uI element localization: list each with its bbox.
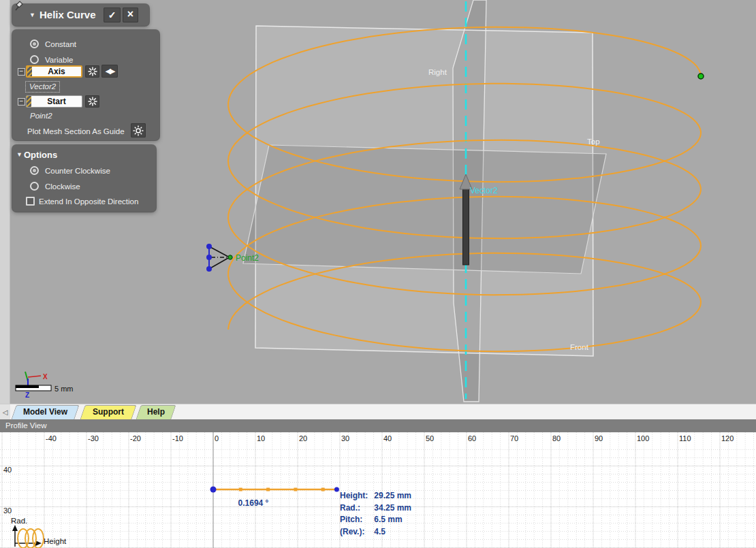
options-header: Options — [24, 150, 57, 160]
radio-label: Variable — [45, 56, 73, 64]
revolution-marker[interactable] — [294, 488, 297, 491]
stat-label: Height: — [340, 491, 372, 500]
pin-icon[interactable] — [13, 0, 24, 12]
ruler-tick-label: -40 — [46, 434, 57, 442]
extend-opposite-checkbox[interactable] — [26, 197, 35, 206]
profile-end-handle[interactable] — [334, 487, 339, 492]
ruler-tick-label: 90 — [595, 434, 603, 442]
sun-icon — [133, 125, 144, 136]
start-value[interactable]: Point2 — [30, 112, 52, 120]
radio-button-icon[interactable] — [30, 166, 39, 175]
stat-label: Rad.: — [340, 503, 372, 513]
swap-direction-icon: ◀▶ — [106, 67, 114, 76]
stat-row-rev: (Rev.): 4.5 — [340, 527, 411, 539]
options-panel: ▼ Options Counter ClockwiseClockwise Ext… — [12, 145, 156, 212]
ruler-tick-label: 50 — [426, 434, 434, 442]
stat-label: Pitch: — [340, 515, 372, 524]
close-button[interactable]: × — [123, 7, 138, 22]
direction-radio-group: Counter ClockwiseClockwise — [30, 163, 110, 194]
viewport-left-strip — [0, 0, 10, 404]
revolution-marker[interactable] — [321, 488, 325, 491]
view-tab-bar: ◁ Model View Support Help — [0, 404, 756, 420]
tab-help[interactable]: Help — [136, 405, 176, 419]
radio-label: Constant — [45, 40, 76, 48]
helix-parameters-panel: ConstantVariable − Axis ◀▶ Vector2 − Sta… — [12, 30, 159, 140]
start-pick-button[interactable] — [85, 95, 99, 108]
ruler-tick-label: 120 — [721, 434, 734, 442]
right-plane-label: Right — [428, 68, 447, 76]
tab-label: Help — [139, 406, 173, 419]
height-axis-label: Height — [44, 537, 66, 545]
pick-point-icon — [88, 97, 97, 106]
radio-constant[interactable]: Constant — [30, 36, 76, 52]
reverse-direction-button[interactable]: ◀▶ — [101, 65, 118, 78]
radio-button-icon[interactable] — [30, 55, 39, 64]
triad-z-label: Z — [25, 391, 29, 399]
radio-button-icon[interactable] — [30, 182, 39, 191]
collapse-icon[interactable]: ▼ — [29, 12, 35, 18]
front-plane-label: Front — [570, 343, 589, 351]
revolution-marker[interactable] — [266, 488, 270, 491]
type-radio-group: ConstantVariable — [30, 36, 76, 67]
application-window: Right Top Front Vector2 Point2 X Z 5 mm … — [0, 0, 756, 548]
vector-arrow-body[interactable] — [463, 189, 469, 265]
tab-model-view[interactable]: Model View — [11, 405, 79, 419]
tab-label: Support — [83, 406, 133, 419]
profile-axes-icon — [12, 525, 44, 548]
ruler-tick-label: 40 — [383, 434, 392, 442]
axis-field-label: Axis — [32, 67, 81, 76]
drag-handle-icon[interactable] — [27, 67, 32, 76]
profile-start-handle[interactable] — [210, 487, 217, 493]
radio-label: Counter Clockwise — [45, 167, 110, 175]
start-collapse-toggle[interactable]: − — [18, 98, 25, 106]
plot-mesh-button[interactable] — [131, 123, 146, 138]
profile-curve[interactable] — [210, 487, 339, 493]
radio-button-icon[interactable] — [30, 39, 39, 48]
ruler-tick-label: 0 — [215, 434, 219, 442]
ruler-tick-label: 70 — [510, 434, 518, 442]
radio-clockwise[interactable]: Clockwise — [30, 178, 110, 194]
stat-row-rad: Rad.: 34.25 mm — [340, 503, 411, 515]
ruler-tick-label: 100 — [637, 434, 649, 442]
ruler-tick-label: -10 — [172, 434, 183, 442]
top-plane-label: Top — [587, 138, 600, 146]
ruler-tick-label: 20 — [299, 434, 307, 442]
y-tick-label: 40 — [3, 466, 12, 474]
axis-pick-button[interactable] — [85, 65, 99, 78]
profile-view-area[interactable]: -40-30-20-100102030405060708090100110120… — [0, 432, 756, 548]
stat-label: (Rev.): — [340, 527, 372, 536]
vector-label: Vector2 — [470, 186, 498, 195]
plot-mesh-label: Plot Mesh Section As Guide — [27, 127, 125, 135]
y-tick-label: 30 — [3, 506, 12, 515]
axis-collapse-toggle[interactable]: − — [18, 68, 25, 76]
tab-support[interactable]: Support — [80, 405, 136, 419]
ruler-tick-label: -20 — [130, 434, 141, 442]
start-field-label: Start — [31, 97, 82, 106]
ruler-tick-label: 30 — [341, 434, 349, 442]
drag-handle-icon[interactable] — [27, 96, 31, 107]
tab-label: Model View — [14, 406, 76, 419]
stat-value: 34.25 mm — [372, 503, 411, 513]
profile-view-header: Profile View — [0, 419, 756, 432]
helix-start-point[interactable] — [698, 74, 704, 79]
axis-value-box[interactable]: Vector2 — [25, 81, 60, 93]
stat-value: 6.5 mm — [372, 515, 403, 524]
ruler-tick-label: 10 — [257, 434, 265, 442]
revolution-marker[interactable] — [239, 488, 242, 491]
angle-value-label: 0.1694 ° — [229, 498, 278, 508]
confirm-button[interactable]: ✓ — [104, 7, 121, 22]
tab-scroll-back-button[interactable]: ◁ — [0, 404, 10, 420]
extend-opposite-label: Extend In Opposite Direction — [39, 197, 138, 206]
helix-curve-dialog-titlebar[interactable]: ▼ Helix Curve ✓ × — [12, 4, 149, 26]
axis-field[interactable]: Axis — [26, 65, 82, 78]
stat-row-height: Height: 29.25 mm — [340, 491, 411, 503]
ruler-tick-label: 60 — [468, 434, 476, 442]
helix-coil-icon — [18, 529, 44, 548]
point-label: Point2 — [236, 253, 259, 263]
start-field[interactable]: Start — [26, 95, 82, 108]
rad-axis-label: Rad. — [11, 517, 27, 525]
collapse-icon[interactable]: ▼ — [16, 151, 22, 158]
scale-bar-label: 5 mm — [54, 385, 74, 393]
radio-label: Clockwise — [45, 182, 80, 191]
radio-counter-clockwise[interactable]: Counter Clockwise — [30, 163, 110, 178]
